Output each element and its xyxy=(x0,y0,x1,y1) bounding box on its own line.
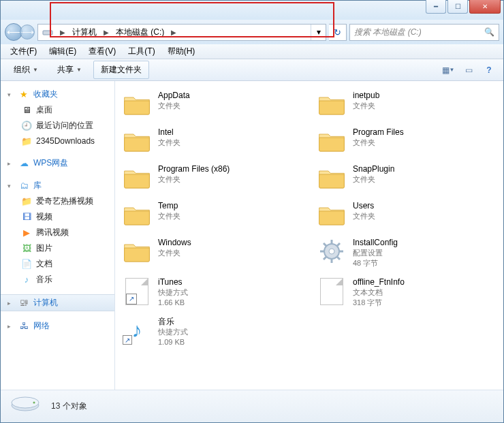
folder-icon: 📁 xyxy=(21,196,32,207)
sidebar-favorites-header[interactable]: ▾ ★ 收藏夹 xyxy=(1,87,114,102)
item-name: Windows xyxy=(158,237,191,248)
breadcrumb-arrow[interactable]: ▶ xyxy=(168,29,179,36)
window-close-button[interactable]: ✕ xyxy=(469,0,501,14)
window-maximize-button[interactable]: ☐ xyxy=(447,0,468,14)
file-item[interactable]: Program Files文件夹 xyxy=(313,123,501,159)
file-item[interactable]: Temp文件夹 xyxy=(118,197,306,232)
item-size: 1.09 KB xyxy=(158,337,188,347)
menu-view[interactable]: 查看(V) xyxy=(83,44,121,59)
svg-line-9 xyxy=(337,257,340,260)
sidebar-item-documents[interactable]: 📄文档 xyxy=(1,256,114,272)
folder-icon xyxy=(317,200,346,229)
chevron-down-icon: ▾ xyxy=(7,91,14,98)
help-button[interactable]: ? xyxy=(480,62,498,78)
svg-point-14 xyxy=(33,401,35,403)
sidebar-item-pictures[interactable]: 🖼图片 xyxy=(1,240,114,256)
view-options-button[interactable]: ▦ ▼ xyxy=(439,62,457,78)
file-item[interactable]: Program Files (x86)文件夹 xyxy=(118,160,306,195)
folder-icon xyxy=(317,90,346,119)
refresh-button[interactable]: ↻ xyxy=(329,24,347,41)
menu-edit[interactable]: 编辑(E) xyxy=(44,44,82,59)
item-type: 文件夹 xyxy=(158,248,191,258)
sidebar-item-iqiyi[interactable]: 📁爱奇艺热播视频 xyxy=(1,193,114,209)
file-item[interactable]: Windows文件夹 xyxy=(118,234,306,272)
navigation-pane: ▾ ★ 收藏夹 🖥桌面 🕘最近访问的位置 📁2345Downloads ▸ ☁ … xyxy=(1,81,115,390)
sidebar-library-header[interactable]: ▾ 🗂 库 xyxy=(1,178,114,193)
item-type: 文件夹 xyxy=(353,101,379,111)
breadcrumb-computer[interactable]: 计算机 xyxy=(68,25,101,40)
music-icon: ♪ xyxy=(21,275,32,285)
item-name: Temp xyxy=(158,200,180,211)
item-name: 音乐 xyxy=(158,316,188,327)
item-name: Users xyxy=(353,200,375,211)
sidebar-wps-header[interactable]: ▸ ☁ WPS网盘 xyxy=(1,155,114,171)
folder-icon xyxy=(123,163,151,192)
computer-icon: 🖳 xyxy=(18,298,29,309)
folder-icon xyxy=(123,127,151,155)
item-name: SnapPlugin xyxy=(353,163,394,174)
sidebar-item-video[interactable]: 🎞视频 xyxy=(1,209,114,225)
folder-icon xyxy=(317,127,346,155)
breadcrumb-arrow[interactable]: ▶ xyxy=(101,29,112,36)
file-item[interactable]: Intel文件夹 xyxy=(118,123,306,159)
file-item[interactable]: offline_FtnInfo文本文档318 字节 xyxy=(313,273,501,311)
item-type: 文件夹 xyxy=(353,138,404,148)
item-type: 文件夹 xyxy=(158,174,230,185)
sidebar-item-recent[interactable]: 🕘最近访问的位置 xyxy=(1,118,114,134)
status-bar: 13 个对象 xyxy=(1,390,503,422)
item-type: 文件夹 xyxy=(158,138,180,148)
chevron-down-icon: ▾ xyxy=(7,183,14,189)
sidebar-item-tencent[interactable]: ▶腾讯视频 xyxy=(1,225,114,240)
item-name: Intel xyxy=(158,127,180,138)
file-item[interactable]: inetpub文件夹 xyxy=(313,87,501,122)
file-item[interactable]: iTunes快捷方式1.66 KB xyxy=(118,273,306,311)
document-icon: 📄 xyxy=(21,259,32,270)
search-box[interactable]: 搜索 本地磁盘 (C:) 🔍 xyxy=(349,24,499,41)
item-name: iTunes xyxy=(158,277,188,287)
breadcrumb-drive[interactable]: 本地磁盘 (C:) xyxy=(112,25,168,40)
sidebar-computer-header[interactable]: ▸ 🖳 计算机 xyxy=(1,294,114,311)
window-minimize-button[interactable]: ━ xyxy=(426,0,446,14)
file-item[interactable]: ♪↗音乐快捷方式1.09 KB xyxy=(118,313,306,351)
organize-button[interactable]: 组织▼ xyxy=(6,61,46,79)
menu-file[interactable]: 文件(F) xyxy=(5,44,42,59)
desktop-icon: 🖥 xyxy=(21,105,32,116)
address-dropdown[interactable]: ▾ xyxy=(311,25,326,40)
item-type: 文件夹 xyxy=(158,211,180,221)
sidebar-item-music[interactable]: ♪音乐 xyxy=(1,272,114,287)
sidebar-network-header[interactable]: ▸ 🖧 网络 xyxy=(1,318,114,334)
preview-pane-button[interactable]: ▭ xyxy=(460,62,477,78)
new-folder-button[interactable]: 新建文件夹 xyxy=(93,61,149,79)
drive-icon xyxy=(10,393,40,420)
item-size: 318 字节 xyxy=(353,298,405,308)
folder-icon: 📁 xyxy=(21,136,32,146)
search-placeholder: 搜索 本地磁盘 (C:) xyxy=(354,27,422,38)
menu-help[interactable]: 帮助(H) xyxy=(162,44,201,59)
chevron-right-icon: ▸ xyxy=(7,323,14,330)
star-icon: ★ xyxy=(18,89,29,100)
item-size: 1.66 KB xyxy=(158,298,188,308)
svg-point-1 xyxy=(50,32,51,33)
breadcrumb-root-arrow[interactable]: ▶ xyxy=(57,29,68,36)
share-button[interactable]: 共享▼ xyxy=(50,61,89,79)
gear-icon xyxy=(317,237,346,266)
item-type: 快捷方式 xyxy=(158,287,188,298)
folder-icon xyxy=(123,200,151,229)
address-bar[interactable]: ▶ 计算机 ▶ 本地磁盘 (C:) ▶ ▾ xyxy=(37,24,326,41)
file-list: AppData文件夹inetpub文件夹Intel文件夹Program File… xyxy=(115,81,503,390)
folder-icon xyxy=(123,237,151,266)
file-item[interactable]: AppData文件夹 xyxy=(118,87,306,122)
nav-forward-button[interactable]: ⟶ xyxy=(20,25,35,40)
file-item[interactable]: Users文件夹 xyxy=(313,197,501,232)
item-name: offline_FtnInfo xyxy=(353,277,405,287)
sidebar-item-desktop[interactable]: 🖥桌面 xyxy=(1,102,114,118)
chevron-right-icon: ▸ xyxy=(7,160,14,167)
sidebar-item-downloads[interactable]: 📁2345Downloads xyxy=(1,134,114,148)
file-item[interactable]: InstallConfig配置设置48 字节 xyxy=(313,234,501,272)
chevron-right-icon: ▸ xyxy=(7,300,14,307)
file-item[interactable]: SnapPlugin文件夹 xyxy=(313,160,501,195)
item-type: 文件夹 xyxy=(353,211,375,221)
picture-icon: 🖼 xyxy=(21,243,32,254)
menu-tools[interactable]: 工具(T) xyxy=(123,44,160,59)
menu-bar: 文件(F) 编辑(E) 查看(V) 工具(T) 帮助(H) xyxy=(1,44,503,59)
